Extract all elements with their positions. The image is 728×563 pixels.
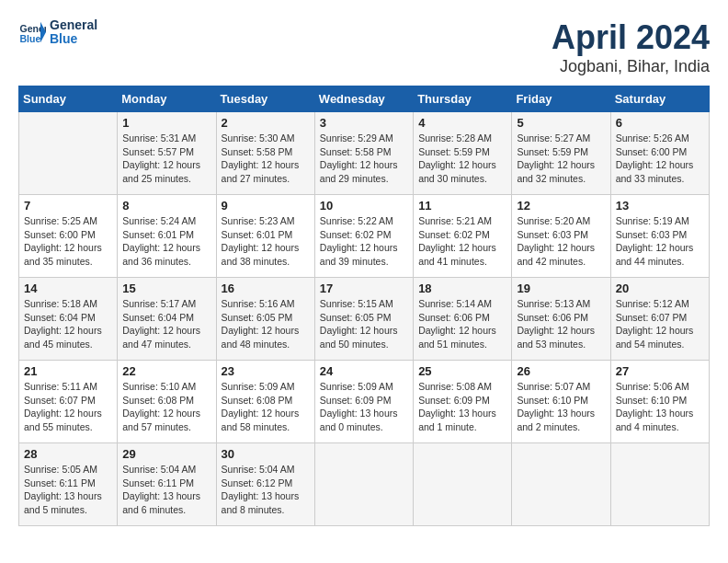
day-number: 20 [616,282,704,295]
calendar-cell: 17Sunrise: 5:15 AM Sunset: 6:05 PM Dayli… [314,278,413,361]
calendar-cell: 23Sunrise: 5:09 AM Sunset: 6:08 PM Dayli… [216,361,314,443]
day-number: 7 [24,199,112,213]
header-wednesday: Wednesday [314,86,413,112]
day-number: 15 [122,282,210,295]
day-info: Sunrise: 5:09 AM Sunset: 6:09 PM Dayligh… [320,380,408,434]
calendar-cell [19,112,118,195]
logo-icon: General Blue [18,18,46,46]
day-info: Sunrise: 5:18 AM Sunset: 6:04 PM Dayligh… [24,297,112,351]
title-block: April 2024 Jogbani, Bihar, India [552,18,710,76]
day-info: Sunrise: 5:24 AM Sunset: 6:01 PM Dayligh… [122,214,210,269]
calendar-cell: 24Sunrise: 5:09 AM Sunset: 6:09 PM Dayli… [314,361,413,443]
day-number: 13 [616,199,704,213]
day-number: 12 [517,199,605,213]
logo-text-general: General [50,18,97,32]
day-number: 3 [320,116,408,130]
day-number: 28 [24,447,112,461]
calendar-cell: 2Sunrise: 5:30 AM Sunset: 5:58 PM Daylig… [216,112,314,195]
day-number: 2 [222,116,310,130]
month-year-title: April 2024 [552,18,710,57]
calendar-cell: 27Sunrise: 5:06 AM Sunset: 6:10 PM Dayli… [610,361,709,443]
day-info: Sunrise: 5:04 AM Sunset: 6:11 PM Dayligh… [122,463,210,517]
calendar-cell: 28Sunrise: 5:05 AM Sunset: 6:11 PM Dayli… [19,443,118,526]
calendar-cell: 1Sunrise: 5:31 AM Sunset: 5:57 PM Daylig… [118,112,216,195]
header-tuesday: Tuesday [216,86,314,112]
day-number: 27 [616,364,704,378]
day-info: Sunrise: 5:22 AM Sunset: 6:02 PM Dayligh… [320,214,408,269]
calendar-cell [512,443,610,526]
day-number: 4 [418,116,506,130]
day-number: 5 [517,116,605,130]
calendar-cell: 21Sunrise: 5:11 AM Sunset: 6:07 PM Dayli… [19,361,118,443]
day-info: Sunrise: 5:25 AM Sunset: 6:00 PM Dayligh… [24,214,112,269]
day-info: Sunrise: 5:16 AM Sunset: 6:05 PM Dayligh… [222,297,310,351]
calendar-week-row: 14Sunrise: 5:18 AM Sunset: 6:04 PM Dayli… [19,278,710,361]
day-number: 9 [222,199,310,213]
day-info: Sunrise: 5:31 AM Sunset: 5:57 PM Dayligh… [122,132,210,186]
day-info: Sunrise: 5:12 AM Sunset: 6:07 PM Dayligh… [616,297,704,351]
header-friday: Friday [512,86,610,112]
calendar-cell: 14Sunrise: 5:18 AM Sunset: 6:04 PM Dayli… [19,278,118,361]
calendar-cell: 12Sunrise: 5:20 AM Sunset: 6:03 PM Dayli… [512,195,610,278]
calendar-cell [414,443,512,526]
day-info: Sunrise: 5:20 AM Sunset: 6:03 PM Dayligh… [517,214,605,269]
calendar-cell: 16Sunrise: 5:16 AM Sunset: 6:05 PM Dayli… [216,278,314,361]
logo-text-blue: Blue [50,32,97,46]
day-number: 16 [222,282,310,295]
day-info: Sunrise: 5:28 AM Sunset: 5:59 PM Dayligh… [418,132,506,186]
day-info: Sunrise: 5:11 AM Sunset: 6:07 PM Dayligh… [24,380,112,434]
svg-text:Blue: Blue [20,33,41,44]
day-number: 11 [418,199,506,213]
day-info: Sunrise: 5:17 AM Sunset: 6:04 PM Dayligh… [122,297,210,351]
calendar-cell: 30Sunrise: 5:04 AM Sunset: 6:12 PM Dayli… [216,443,314,526]
day-number: 14 [24,282,112,295]
calendar-cell: 7Sunrise: 5:25 AM Sunset: 6:00 PM Daylig… [19,195,118,278]
calendar-cell: 5Sunrise: 5:27 AM Sunset: 5:59 PM Daylig… [512,112,610,195]
calendar-table: SundayMondayTuesdayWednesdayThursdayFrid… [18,86,710,526]
header-sunday: Sunday [19,86,118,112]
calendar-cell: 18Sunrise: 5:14 AM Sunset: 6:06 PM Dayli… [414,278,512,361]
calendar-cell: 6Sunrise: 5:26 AM Sunset: 6:00 PM Daylig… [610,112,709,195]
day-info: Sunrise: 5:07 AM Sunset: 6:10 PM Dayligh… [517,380,605,434]
calendar-cell: 20Sunrise: 5:12 AM Sunset: 6:07 PM Dayli… [610,278,709,361]
day-number: 25 [418,364,506,378]
calendar-cell: 11Sunrise: 5:21 AM Sunset: 6:02 PM Dayli… [414,195,512,278]
calendar-cell: 29Sunrise: 5:04 AM Sunset: 6:11 PM Dayli… [118,443,216,526]
calendar-cell: 25Sunrise: 5:08 AM Sunset: 6:09 PM Dayli… [414,361,512,443]
day-info: Sunrise: 5:13 AM Sunset: 6:06 PM Dayligh… [517,297,605,351]
day-info: Sunrise: 5:05 AM Sunset: 6:11 PM Dayligh… [24,463,112,517]
calendar-cell: 15Sunrise: 5:17 AM Sunset: 6:04 PM Dayli… [118,278,216,361]
calendar-cell: 10Sunrise: 5:22 AM Sunset: 6:02 PM Dayli… [314,195,413,278]
day-number: 18 [418,282,506,295]
calendar-cell: 26Sunrise: 5:07 AM Sunset: 6:10 PM Dayli… [512,361,610,443]
day-number: 6 [616,116,704,130]
calendar-cell: 8Sunrise: 5:24 AM Sunset: 6:01 PM Daylig… [118,195,216,278]
day-number: 21 [24,364,112,378]
day-number: 24 [320,364,408,378]
day-info: Sunrise: 5:19 AM Sunset: 6:03 PM Dayligh… [616,214,704,269]
calendar-cell [314,443,413,526]
day-number: 19 [517,282,605,295]
day-info: Sunrise: 5:30 AM Sunset: 5:58 PM Dayligh… [222,132,310,186]
calendar-cell [610,443,709,526]
calendar-cell: 13Sunrise: 5:19 AM Sunset: 6:03 PM Dayli… [610,195,709,278]
page-header: General Blue General Blue April 2024 Jog… [18,18,710,76]
day-number: 1 [122,116,210,130]
header-saturday: Saturday [610,86,709,112]
day-info: Sunrise: 5:08 AM Sunset: 6:09 PM Dayligh… [418,380,506,434]
day-number: 22 [122,364,210,378]
day-info: Sunrise: 5:14 AM Sunset: 6:06 PM Dayligh… [418,297,506,351]
header-thursday: Thursday [414,86,512,112]
day-number: 23 [222,364,310,378]
calendar-cell: 3Sunrise: 5:29 AM Sunset: 5:58 PM Daylig… [314,112,413,195]
calendar-cell: 9Sunrise: 5:23 AM Sunset: 6:01 PM Daylig… [216,195,314,278]
day-number: 17 [320,282,408,295]
calendar-cell: 22Sunrise: 5:10 AM Sunset: 6:08 PM Dayli… [118,361,216,443]
day-info: Sunrise: 5:21 AM Sunset: 6:02 PM Dayligh… [418,214,506,269]
calendar-week-row: 7Sunrise: 5:25 AM Sunset: 6:00 PM Daylig… [19,195,710,278]
day-number: 30 [222,447,310,461]
calendar-header-row: SundayMondayTuesdayWednesdayThursdayFrid… [19,86,710,112]
location-subtitle: Jogbani, Bihar, India [552,57,710,76]
header-monday: Monday [118,86,216,112]
calendar-cell: 19Sunrise: 5:13 AM Sunset: 6:06 PM Dayli… [512,278,610,361]
